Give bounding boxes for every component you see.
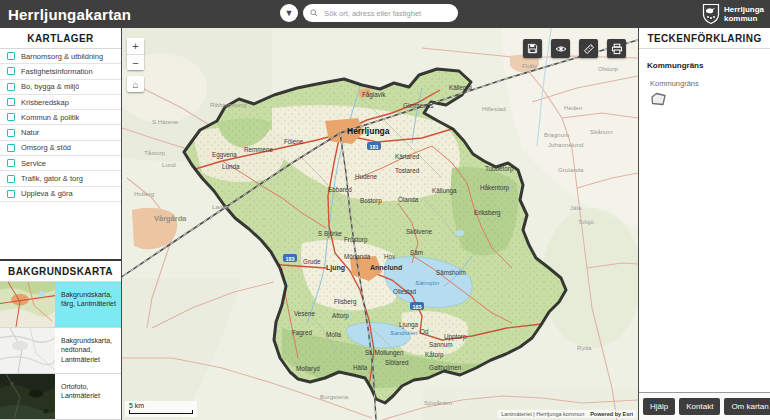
map-label: Sannum [429, 341, 452, 348]
spacer [0, 202, 121, 259]
layer-label: Service [21, 159, 46, 168]
layer-label: Trafik, gator & torg [21, 174, 83, 183]
map-label: Slötared [385, 359, 409, 366]
zoom-out-button[interactable]: − [127, 54, 144, 70]
layer-item-trafik-gator-torg[interactable]: Trafik, gator & torg [0, 171, 121, 186]
map-label: Vesene [294, 310, 316, 317]
visibility-button[interactable] [551, 39, 570, 58]
checkbox[interactable] [7, 129, 15, 137]
about-map-button[interactable]: Om kartan [724, 398, 770, 415]
municipality-logo: Herrljunga kommun [702, 3, 764, 25]
layer-item-omsorg-stod[interactable]: Omsorg & stöd [0, 141, 121, 156]
chevron-down-icon: ▼ [285, 8, 294, 18]
map-label: Kåtorp [425, 351, 444, 359]
contact-button[interactable]: Kontakt [679, 398, 720, 415]
map-label: Skånum [590, 128, 613, 135]
checkbox[interactable] [7, 159, 15, 167]
checkbox[interactable] [7, 113, 15, 121]
search-options-button[interactable]: ▼ [280, 4, 298, 22]
map-label: Sjögården [424, 399, 453, 406]
map-canvas[interactable]: 181183183 HerrljungaFåglavikKällerydGimm… [122, 28, 638, 420]
road-shield-number: 183 [412, 304, 421, 310]
map-label: Tåstorp [144, 149, 166, 156]
map-label: Källunga [432, 187, 457, 195]
layer-item-bo-bygga-miljo[interactable]: Bo, bygga & miljö [0, 80, 121, 95]
zoom-in-button[interactable]: + [127, 38, 144, 54]
layer-item-service[interactable]: Service [0, 156, 121, 171]
polygon-symbol-icon [650, 92, 667, 106]
layer-item-fastighetsinformation[interactable]: Fastighetsinformation [0, 64, 121, 79]
checkbox[interactable] [7, 175, 15, 183]
eye-icon [555, 43, 567, 55]
map-label: Annelund [370, 264, 402, 271]
map-label: Fåglavik [362, 91, 386, 99]
map-label: Tubbetorp [485, 165, 514, 173]
map-label: Kärtared [395, 153, 420, 160]
background-thumbnail-ortofoto [0, 374, 55, 419]
map-label: Sämsholm [436, 269, 466, 276]
map-label: Floby [522, 62, 538, 69]
background-option-muted[interactable]: Bakgrundskarta, nedtonad, Lantmäteriet [0, 328, 121, 374]
layer-item-natur[interactable]: Natur [0, 125, 121, 140]
home-extent-button[interactable]: ⌂ [127, 76, 144, 92]
layer-item-uppleva-gora[interactable]: Uppleva & göra [0, 187, 121, 202]
checkbox[interactable] [7, 144, 15, 152]
map-label: Fölene [284, 138, 304, 145]
map-toolbar [523, 39, 626, 58]
map-label: Herrljunga [347, 126, 390, 136]
map-label: S Härene [152, 118, 179, 125]
background-option-color[interactable]: Bakgrundskarta, färg, Lantmäteriet [0, 282, 121, 328]
map-label: Remmene [244, 146, 274, 153]
layer-item-barnomsorg[interactable]: Barnomsorg & utbildning [0, 49, 121, 64]
map-label: S Björke [318, 230, 342, 238]
save-button[interactable] [523, 39, 542, 58]
map-label: Mörlanda [344, 253, 371, 260]
help-button[interactable]: Hjälp [643, 398, 675, 415]
layer-item-kommun-politik[interactable]: Kommun & politik [0, 110, 121, 125]
background-option-label: Bakgrundskarta, nedtonad, Lantmäteriet [55, 328, 121, 373]
scale-line [129, 410, 193, 414]
map-label: Hudene [355, 173, 378, 180]
map-label: Bragnum [544, 131, 569, 138]
map-label: Borgstena [320, 393, 349, 400]
layer-item-krisberedskap[interactable]: Krisberedskap [0, 95, 121, 110]
checkbox[interactable] [7, 190, 15, 198]
background-option-label: Bakgrundskarta, färg, Lantmäteriet [55, 282, 121, 327]
background-map-panel: BAKGRUNDSKARTA Bakgrundskarta, färg, Lan… [0, 259, 121, 420]
map-label: Håkentorp [480, 184, 510, 192]
checkbox[interactable] [7, 98, 15, 106]
map-label: Vårgårda [154, 214, 187, 223]
checkbox[interactable] [7, 67, 15, 75]
checkbox[interactable] [7, 83, 15, 91]
map-label: Tostared [395, 167, 420, 174]
search-input[interactable] [322, 8, 442, 19]
attribution-text: Lantmäteriet | Herrljunga kommun [501, 411, 584, 417]
search-area: ▼ [280, 4, 458, 22]
background-option-ortofoto[interactable]: Ortofoto, Lantmäteriet [0, 374, 121, 420]
map-label: Heden [564, 104, 583, 111]
measure-button[interactable] [579, 39, 598, 58]
layer-label: Fastighetsinformation [21, 67, 93, 76]
road-shield-number: 181 [369, 144, 378, 150]
scale-label: 5 km [129, 402, 193, 409]
print-button[interactable] [607, 39, 626, 58]
map-label: Säm [410, 249, 423, 256]
checkbox[interactable] [7, 52, 15, 60]
map-label: Galtholmen [429, 364, 462, 371]
map-attribution: Lantmäteriet | Herrljunga kommun Powered… [498, 410, 636, 418]
map-label: Lund [162, 161, 176, 168]
legend-group-title: Kommungräns [647, 61, 762, 70]
layer-label: Krisberedskap [21, 98, 69, 107]
map-label: Hov [384, 253, 396, 260]
teckenforklaring-title: TECKENFÖRKLARING [639, 28, 770, 49]
top-bar: Herrljungakartan ▼ Herrljunga kommun [0, 0, 770, 28]
map-label: Ljung [326, 264, 345, 272]
layer-label: Omsorg & stöd [21, 143, 71, 152]
save-icon [527, 43, 538, 54]
map-label: Ölanda [398, 196, 419, 203]
background-thumbnail-muted [0, 328, 55, 373]
zoom-control: + − [127, 38, 144, 70]
map-label: Grolanda [558, 166, 584, 173]
map-label: Fagred [292, 329, 312, 337]
map-label: Ebbared [328, 186, 352, 193]
